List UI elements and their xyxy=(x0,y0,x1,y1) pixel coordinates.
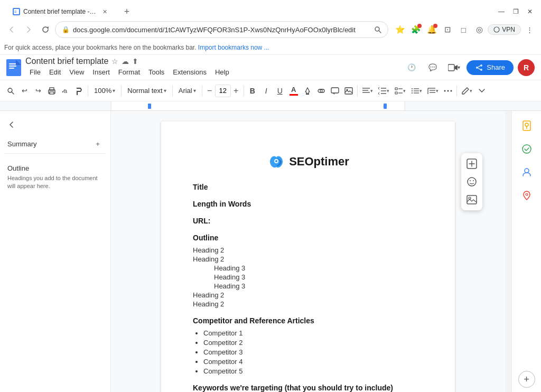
summary-section: Summary + xyxy=(4,136,106,154)
redo-button[interactable]: ↪ xyxy=(32,83,44,98)
indent-chevron-icon: ▾ xyxy=(436,88,439,94)
docs-menu-tools[interactable]: Tools xyxy=(144,66,169,78)
docs-history-button[interactable]: 🕐 xyxy=(403,59,420,76)
style-select[interactable]: Normal text ▾ xyxy=(124,83,170,98)
docs-logo xyxy=(6,59,21,76)
text-color-button[interactable]: A xyxy=(287,83,300,98)
new-tab-button[interactable]: + xyxy=(119,4,134,19)
screenshot-button[interactable]: □ xyxy=(456,22,471,37)
active-tab[interactable]: ≡ Content brief template - Google ... ✕ xyxy=(6,4,115,19)
search-toolbar-button[interactable] xyxy=(4,83,17,98)
docs-star-icon[interactable]: ☆ xyxy=(111,57,118,66)
docs-document-title[interactable]: Content brief template xyxy=(25,57,108,66)
document-page[interactable]: SEOptimer Title Length in Words URL: xyxy=(161,122,455,392)
back-button[interactable] xyxy=(4,22,19,37)
svg-point-69 xyxy=(523,145,531,153)
reload-button[interactable] xyxy=(38,22,53,37)
tab-close-button[interactable]: ✕ xyxy=(100,7,109,16)
collapse-icon xyxy=(478,87,486,95)
line-spacing-button[interactable]: ▾ xyxy=(376,83,391,98)
paint-format-button[interactable] xyxy=(73,83,86,98)
docs-menu-edit[interactable]: Edit xyxy=(45,66,65,78)
bold-button[interactable]: B xyxy=(246,83,259,98)
docs-menu-file[interactable]: File xyxy=(25,66,45,78)
chrome-menu-button[interactable]: ⋮ xyxy=(522,22,537,37)
font-size-input[interactable] xyxy=(215,85,231,97)
docs-menu-view[interactable]: View xyxy=(65,66,88,78)
seo-logo-icon xyxy=(267,153,286,170)
google-maps-icon[interactable] xyxy=(516,185,537,206)
svg-point-61 xyxy=(473,180,474,181)
docs-share-button[interactable]: Share xyxy=(467,60,514,75)
sidebar-back-button[interactable] xyxy=(4,117,19,132)
cast-button[interactable]: ⊡ xyxy=(440,22,455,37)
docs-menu-bar: File Edit View Insert Format Tools Exten… xyxy=(25,66,234,78)
google-contacts-icon[interactable] xyxy=(516,162,537,183)
maximize-button[interactable]: ❐ xyxy=(513,8,519,15)
font-size-decrease-button[interactable]: − xyxy=(204,83,215,98)
more-toolbar-button[interactable] xyxy=(442,83,454,98)
docs-menu-help[interactable]: Help xyxy=(211,66,234,78)
search-icon xyxy=(7,87,14,95)
italic-button[interactable]: I xyxy=(260,83,273,98)
competitor-4: Competitor 4 xyxy=(203,358,423,366)
summary-header: Summary + xyxy=(4,136,106,151)
collapse-toolbar-button[interactable] xyxy=(475,83,488,98)
address-bar[interactable]: 🔒 docs.google.com/document/d/1tCAWTyzWFQ… xyxy=(55,21,388,38)
docs-video-button[interactable]: ▾ xyxy=(445,59,462,76)
comment-button[interactable] xyxy=(329,83,341,98)
bookmark-button[interactable]: ⭐ xyxy=(393,22,407,37)
svg-point-41 xyxy=(412,92,413,94)
font-size-increase-button[interactable]: + xyxy=(231,83,241,98)
list-button[interactable]: ▾ xyxy=(409,83,424,98)
docs-menu-insert[interactable]: Insert xyxy=(88,66,114,78)
vpn-button[interactable]: VPN xyxy=(488,24,521,35)
outline-hint: Headings you add to the document will ap… xyxy=(7,174,103,191)
seoptimer-logo: SEOptimer xyxy=(193,153,423,170)
font-select[interactable]: Arial ▾ xyxy=(175,83,200,98)
indent-button[interactable]: ▾ xyxy=(425,83,441,98)
floating-add-button[interactable] xyxy=(463,155,480,172)
user-avatar[interactable]: R xyxy=(518,59,535,76)
spell-check-button[interactable]: ✓a xyxy=(59,83,72,98)
floating-emoji-button[interactable] xyxy=(463,173,480,190)
pen-button[interactable]: ▾ xyxy=(459,83,474,98)
floating-image-button[interactable] xyxy=(463,191,480,208)
list-icon xyxy=(411,87,419,95)
print-button[interactable] xyxy=(45,83,58,98)
zoom-select[interactable]: 100% ▾ xyxy=(90,83,119,98)
summary-add-button[interactable]: + xyxy=(92,138,103,149)
align-button[interactable]: ▾ xyxy=(360,83,375,98)
align-chevron-icon: ▾ xyxy=(370,88,373,94)
sidebar-add-apps-button[interactable]: + xyxy=(518,371,535,388)
close-button[interactable]: ✕ xyxy=(527,8,533,15)
competitors-title: Competitor and Reference Articles xyxy=(193,316,423,325)
maps-icon xyxy=(521,190,532,201)
checklist-chevron-icon: ▾ xyxy=(403,88,406,94)
scrollbar[interactable] xyxy=(505,111,511,392)
google-tasks-icon[interactable] xyxy=(516,138,537,160)
insert-image-button[interactable] xyxy=(342,83,355,98)
doc-area: SEOptimer Title Length in Words URL: xyxy=(111,111,505,392)
highlight-button[interactable] xyxy=(301,83,314,98)
underline-button[interactable]: U xyxy=(274,83,286,98)
forward-button[interactable] xyxy=(21,22,36,37)
toolbar-sep-7 xyxy=(456,86,457,96)
alert-button[interactable]: 🔔 xyxy=(424,22,439,37)
google-keep-icon[interactable] xyxy=(516,115,537,136)
docs-menu-extensions[interactable]: Extensions xyxy=(169,66,211,78)
import-bookmarks-link[interactable]: Import bookmarks now ... xyxy=(198,44,269,51)
undo-button[interactable]: ↩ xyxy=(18,83,31,98)
competitor-5: Competitor 5 xyxy=(203,367,423,375)
svg-rect-10 xyxy=(448,64,454,71)
minimize-button[interactable]: — xyxy=(498,8,505,15)
docs-menu-format[interactable]: Format xyxy=(114,66,144,78)
checklist-button[interactable]: ▾ xyxy=(393,83,408,98)
extensions-button[interactable]: 🧩 xyxy=(408,22,423,37)
link-button[interactable] xyxy=(315,83,328,98)
docs-comment-button[interactable]: 💬 xyxy=(424,59,441,76)
profile-button[interactable]: ◎ xyxy=(472,22,487,37)
lock-icon: 🔒 xyxy=(62,26,70,33)
length-field: Length in Words xyxy=(193,200,423,208)
toolbar-sep-4 xyxy=(202,86,202,96)
